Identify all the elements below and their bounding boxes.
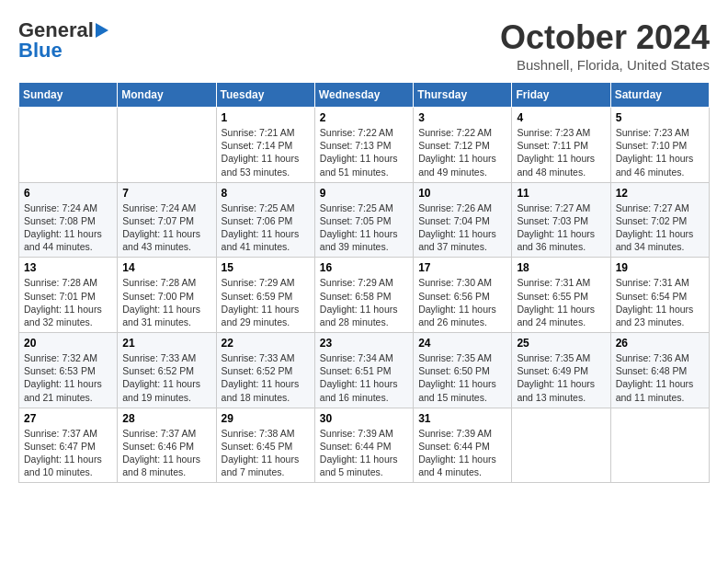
day-number: 11 — [517, 187, 605, 200]
calendar-cell: 31Sunrise: 7:39 AMSunset: 6:44 PMDayligh… — [414, 408, 512, 483]
calendar-week-1: 1Sunrise: 7:21 AMSunset: 7:14 PMDaylight… — [19, 108, 710, 183]
weekday-header-wednesday: Wednesday — [314, 83, 413, 108]
calendar-week-5: 27Sunrise: 7:37 AMSunset: 6:47 PMDayligh… — [19, 408, 710, 483]
day-info: Sunrise: 7:24 AMSunset: 7:08 PMDaylight:… — [24, 202, 102, 253]
title-block: October 2024 Bushnell, Florida, United S… — [500, 18, 710, 73]
day-number: 20 — [24, 337, 112, 350]
day-info: Sunrise: 7:38 AMSunset: 6:45 PMDaylight:… — [222, 428, 300, 478]
day-info: Sunrise: 7:36 AMSunset: 6:48 PMDaylight:… — [616, 352, 694, 403]
day-number: 25 — [517, 337, 605, 350]
calendar-cell: 26Sunrise: 7:36 AMSunset: 6:48 PMDayligh… — [610, 333, 709, 408]
calendar-cell: 3Sunrise: 7:22 AMSunset: 7:12 PMDaylight… — [414, 108, 512, 183]
month-title: October 2024 — [500, 18, 710, 57]
calendar-cell: 4Sunrise: 7:23 AMSunset: 7:11 PMDaylight… — [512, 108, 610, 183]
calendar-cell: 24Sunrise: 7:35 AMSunset: 6:50 PMDayligh… — [414, 333, 512, 408]
day-info: Sunrise: 7:22 AMSunset: 7:12 PMDaylight:… — [418, 127, 496, 178]
logo-arrow-icon — [96, 23, 108, 38]
day-info: Sunrise: 7:24 AMSunset: 7:07 PMDaylight:… — [122, 202, 200, 253]
day-info: Sunrise: 7:39 AMSunset: 6:44 PMDaylight:… — [418, 428, 496, 478]
day-number: 18 — [517, 261, 605, 274]
day-info: Sunrise: 7:28 AMSunset: 7:00 PMDaylight:… — [122, 277, 200, 327]
day-info: Sunrise: 7:29 AMSunset: 6:59 PMDaylight:… — [222, 277, 300, 327]
day-info: Sunrise: 7:23 AMSunset: 7:10 PMDaylight:… — [616, 127, 694, 178]
calendar-cell: 5Sunrise: 7:23 AMSunset: 7:10 PMDaylight… — [610, 108, 709, 183]
calendar-week-2: 6Sunrise: 7:24 AMSunset: 7:08 PMDaylight… — [19, 182, 710, 258]
calendar-cell: 15Sunrise: 7:29 AMSunset: 6:59 PMDayligh… — [216, 258, 314, 333]
day-info: Sunrise: 7:31 AMSunset: 6:54 PMDaylight:… — [616, 277, 694, 327]
day-number: 30 — [320, 412, 408, 425]
day-number: 26 — [616, 337, 704, 350]
day-info: Sunrise: 7:35 AMSunset: 6:49 PMDaylight:… — [517, 352, 595, 403]
day-number: 24 — [418, 337, 506, 350]
day-info: Sunrise: 7:30 AMSunset: 6:56 PMDaylight:… — [418, 277, 496, 327]
day-number: 8 — [222, 187, 310, 200]
calendar-cell: 28Sunrise: 7:37 AMSunset: 6:46 PMDayligh… — [118, 408, 216, 483]
day-number: 29 — [222, 412, 310, 425]
calendar-cell: 29Sunrise: 7:38 AMSunset: 6:45 PMDayligh… — [216, 408, 314, 483]
calendar-cell — [512, 408, 610, 483]
day-number: 17 — [418, 261, 506, 274]
calendar-cell: 23Sunrise: 7:34 AMSunset: 6:51 PMDayligh… — [314, 333, 413, 408]
page-header: General Blue October 2024 Bushnell, Flor… — [18, 18, 710, 73]
calendar-cell — [118, 108, 216, 183]
calendar-cell: 16Sunrise: 7:29 AMSunset: 6:58 PMDayligh… — [314, 258, 413, 333]
day-number: 4 — [517, 111, 605, 124]
day-number: 9 — [320, 187, 408, 200]
day-number: 6 — [24, 187, 112, 200]
day-info: Sunrise: 7:37 AMSunset: 6:46 PMDaylight:… — [122, 428, 200, 478]
calendar-cell: 8Sunrise: 7:25 AMSunset: 7:06 PMDaylight… — [216, 182, 314, 258]
calendar-cell: 7Sunrise: 7:24 AMSunset: 7:07 PMDaylight… — [118, 182, 216, 258]
calendar-cell — [19, 108, 118, 183]
day-info: Sunrise: 7:33 AMSunset: 6:52 PMDaylight:… — [122, 352, 200, 403]
weekday-header-tuesday: Tuesday — [216, 83, 314, 108]
day-info: Sunrise: 7:22 AMSunset: 7:13 PMDaylight:… — [320, 127, 398, 178]
day-number: 28 — [122, 412, 210, 425]
day-number: 21 — [122, 337, 210, 350]
calendar-cell: 9Sunrise: 7:25 AMSunset: 7:05 PMDaylight… — [314, 182, 413, 258]
day-number: 7 — [122, 187, 210, 200]
weekday-header-monday: Monday — [118, 83, 216, 108]
weekday-header-thursday: Thursday — [414, 83, 512, 108]
calendar-week-4: 20Sunrise: 7:32 AMSunset: 6:53 PMDayligh… — [19, 333, 710, 408]
calendar-cell: 17Sunrise: 7:30 AMSunset: 6:56 PMDayligh… — [414, 258, 512, 333]
day-info: Sunrise: 7:25 AMSunset: 7:06 PMDaylight:… — [222, 202, 300, 253]
calendar-cell: 30Sunrise: 7:39 AMSunset: 6:44 PMDayligh… — [314, 408, 413, 483]
day-info: Sunrise: 7:27 AMSunset: 7:03 PMDaylight:… — [517, 202, 595, 253]
day-number: 16 — [320, 261, 408, 274]
day-number: 27 — [24, 412, 112, 425]
day-info: Sunrise: 7:27 AMSunset: 7:02 PMDaylight:… — [616, 202, 694, 253]
calendar-cell: 10Sunrise: 7:26 AMSunset: 7:04 PMDayligh… — [414, 182, 512, 258]
day-info: Sunrise: 7:37 AMSunset: 6:47 PMDaylight:… — [24, 428, 102, 478]
calendar-cell: 2Sunrise: 7:22 AMSunset: 7:13 PMDaylight… — [314, 108, 413, 183]
calendar-cell: 21Sunrise: 7:33 AMSunset: 6:52 PMDayligh… — [118, 333, 216, 408]
weekday-header-friday: Friday — [512, 83, 610, 108]
day-info: Sunrise: 7:26 AMSunset: 7:04 PMDaylight:… — [418, 202, 496, 253]
day-number: 5 — [616, 111, 704, 124]
weekday-header-sunday: Sunday — [19, 83, 118, 108]
day-info: Sunrise: 7:33 AMSunset: 6:52 PMDaylight:… — [222, 352, 300, 403]
day-number: 31 — [418, 412, 506, 425]
calendar-cell: 12Sunrise: 7:27 AMSunset: 7:02 PMDayligh… — [610, 182, 709, 258]
calendar-cell: 22Sunrise: 7:33 AMSunset: 6:52 PMDayligh… — [216, 333, 314, 408]
calendar-table: SundayMondayTuesdayWednesdayThursdayFrid… — [18, 82, 710, 483]
calendar-header-row: SundayMondayTuesdayWednesdayThursdayFrid… — [19, 83, 710, 108]
calendar-cell — [610, 408, 709, 483]
calendar-week-3: 13Sunrise: 7:28 AMSunset: 7:01 PMDayligh… — [19, 258, 710, 333]
day-number: 22 — [222, 337, 310, 350]
calendar-cell: 13Sunrise: 7:28 AMSunset: 7:01 PMDayligh… — [19, 258, 118, 333]
day-info: Sunrise: 7:32 AMSunset: 6:53 PMDaylight:… — [24, 352, 102, 403]
day-number: 15 — [222, 261, 310, 274]
day-number: 14 — [122, 261, 210, 274]
calendar-cell: 14Sunrise: 7:28 AMSunset: 7:00 PMDayligh… — [118, 258, 216, 333]
day-number: 23 — [320, 337, 408, 350]
calendar-cell: 1Sunrise: 7:21 AMSunset: 7:14 PMDaylight… — [216, 108, 314, 183]
day-info: Sunrise: 7:29 AMSunset: 6:58 PMDaylight:… — [320, 277, 398, 327]
day-number: 10 — [418, 187, 506, 200]
calendar-cell: 19Sunrise: 7:31 AMSunset: 6:54 PMDayligh… — [610, 258, 709, 333]
calendar-cell: 18Sunrise: 7:31 AMSunset: 6:55 PMDayligh… — [512, 258, 610, 333]
location: Bushnell, Florida, United States — [500, 57, 710, 73]
calendar-cell: 27Sunrise: 7:37 AMSunset: 6:47 PMDayligh… — [19, 408, 118, 483]
day-number: 19 — [616, 261, 704, 274]
calendar-cell: 6Sunrise: 7:24 AMSunset: 7:08 PMDaylight… — [19, 182, 118, 258]
day-number: 13 — [24, 261, 112, 274]
